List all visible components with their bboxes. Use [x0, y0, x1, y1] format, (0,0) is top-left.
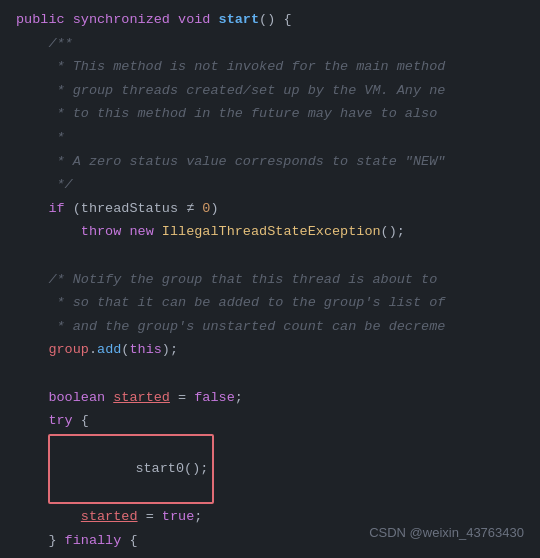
code-line-3: * This method is not invoked for the mai… [0, 55, 540, 79]
code-line-4: * group threads created/set up by the VM… [0, 79, 540, 103]
method-start: start [219, 9, 260, 31]
code-line-9: if (threadStatus ≠ 0 ) [0, 197, 540, 221]
code-line-14: * and the group's unstarted count can be… [0, 315, 540, 339]
code-line-12: /* Notify the group that this thread is … [0, 268, 540, 292]
keyword-throw: throw [81, 221, 122, 243]
code-line-8: */ [0, 173, 540, 197]
code-line-5: * to this method in the future may have … [0, 102, 540, 126]
code-line-19: start0(); [0, 433, 540, 506]
code-line-7: * A zero status value corresponds to sta… [0, 150, 540, 174]
code-line-11 [0, 244, 540, 268]
highlighted-start0: start0(); [48, 434, 214, 505]
code-line-13: * so that it can be added to the group's… [0, 291, 540, 315]
code-line-15: group . add ( this ); [0, 338, 540, 362]
code-container: public synchronized void start () { /** … [0, 0, 540, 558]
code-line-2: /** [0, 32, 540, 56]
code-line-6: * [0, 126, 540, 150]
code-line-17: boolean started = false ; [0, 386, 540, 410]
watermark: CSDN @weixin_43763430 [369, 525, 524, 540]
code-line-16 [0, 362, 540, 386]
code-line-18: try { [0, 409, 540, 433]
keyword-synchronized: synchronized [73, 9, 170, 31]
keyword-void: void [178, 9, 210, 31]
code-line-10: throw new IllegalThreadStateException ()… [0, 220, 540, 244]
keyword-public: public [16, 9, 65, 31]
code-line-1: public synchronized void start () { [0, 8, 540, 32]
